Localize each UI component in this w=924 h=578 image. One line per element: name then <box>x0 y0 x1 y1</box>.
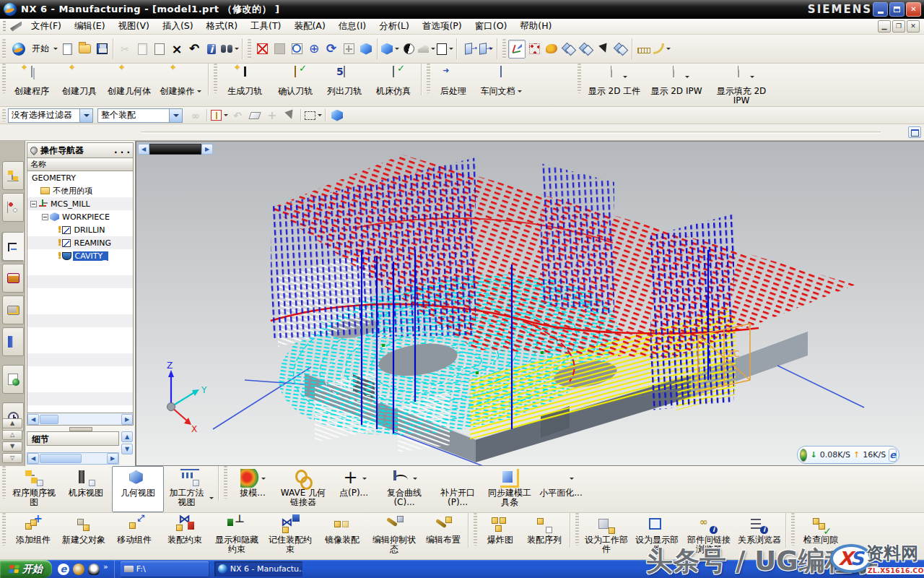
graphics-viewport[interactable]: ◀ ▶ <box>136 141 924 466</box>
select-face-button[interactable] <box>595 40 612 59</box>
mirror-assembly-button[interactable]: 镜像装配 <box>317 513 367 559</box>
combo-dropdown-icon[interactable] <box>79 109 92 122</box>
menu-view[interactable]: 视图(V) <box>112 18 156 35</box>
list-toolpath-button[interactable]: 列出刀轨 <box>321 64 368 106</box>
minimize-button[interactable] <box>873 2 888 17</box>
shop-documentation-button[interactable]: 车间文档 <box>474 64 528 106</box>
composite-curve-button[interactable]: 复合曲线(C)... <box>377 466 432 512</box>
generate-toolpath-button[interactable]: 生成刀轨 <box>219 64 270 106</box>
create-tool-button[interactable]: 创建刀具 <box>56 64 103 106</box>
measure-angle-button[interactable] <box>653 40 671 59</box>
edit-suppression-state-button[interactable]: 编辑抑制状态 <box>367 513 421 559</box>
selection-filter-combo[interactable]: 没有选择过滤器 <box>8 108 93 123</box>
synchronous-modeling-button[interactable]: 同步建模工具条 <box>484 466 536 512</box>
navigator-header[interactable]: 操作导航器 . . . <box>27 142 134 158</box>
mdi-restore-button[interactable]: ❐ <box>892 20 905 33</box>
scroll-thumb[interactable] <box>40 454 82 463</box>
replace-face-button[interactable] <box>612 40 629 59</box>
create-geometry-button[interactable]: 创建几何体 <box>103 64 155 106</box>
snap-point-button[interactable] <box>210 106 229 125</box>
details-header[interactable]: 细节 <box>27 431 119 446</box>
resource-scroll-up[interactable]: △ <box>2 430 22 440</box>
menu-edit[interactable]: 编辑(E) <box>68 18 112 35</box>
netspeed-widget[interactable]: ↓ 0.08K/S ↑ 16K/S e <box>797 446 899 464</box>
details-scroll-down-icon[interactable]: ▼ <box>121 444 133 454</box>
dropdown-arrow[interactable] <box>750 76 754 80</box>
copy-button[interactable] <box>134 40 151 59</box>
patch-opening-button[interactable]: 补片开口(P)... <box>432 466 484 512</box>
zoom-box-button[interactable] <box>288 40 305 59</box>
point-button[interactable]: + 点(P)... <box>331 466 377 512</box>
machine-tool-view-button[interactable]: 机床视图 <box>60 466 112 512</box>
collapse-box-icon[interactable] <box>30 201 37 207</box>
dropdown-arrow[interactable] <box>261 478 266 482</box>
save-button[interactable] <box>93 40 110 59</box>
tree-item-mcs-mill[interactable]: MCS_MILL <box>27 197 133 210</box>
media-quicklaunch-icon[interactable] <box>73 564 84 575</box>
splitter-bar[interactable] <box>149 144 201 155</box>
geometry-view-button[interactable]: 几何视图 <box>112 466 164 512</box>
menu-assemblies[interactable]: 装配(A) <box>287 18 331 35</box>
mdi-close-button[interactable]: ✕ <box>907 20 920 33</box>
undo-button[interactable]: ↶ <box>186 40 203 59</box>
measure-distance-button[interactable] <box>635 40 653 59</box>
scroll-right-icon[interactable]: ▶ <box>121 414 133 425</box>
pan-view-button[interactable] <box>340 40 357 59</box>
scroll-left-icon[interactable]: ◀ <box>27 453 39 464</box>
background-button[interactable] <box>436 40 454 59</box>
scroll-right-icon[interactable]: ▶ <box>107 453 118 464</box>
start-menu-button[interactable]: 开始 <box>8 40 58 59</box>
tab-machine-navigator[interactable] <box>2 264 24 293</box>
menu-window[interactable]: 窗口(O) <box>468 18 514 35</box>
fit-view-button[interactable] <box>253 40 271 59</box>
interpart-link-browser-button[interactable]: ∞i 部件间链接浏览器 <box>682 513 736 559</box>
tree-horizontal-scrollbar[interactable]: ◀ ▶ <box>27 413 134 426</box>
postprocess-button[interactable]: 后处理 <box>432 64 474 106</box>
task-button-nx[interactable]: NX 6 - Manufactu... <box>214 561 302 577</box>
machine-simulation-button[interactable]: 机床仿真 <box>368 64 419 106</box>
show-hide-constraints-button[interactable]: ⊥ 显示和隐藏约束 <box>210 513 263 559</box>
draft-button[interactable]: 拔模... <box>230 466 276 512</box>
task-button-explorer[interactable]: F:\ <box>121 561 209 577</box>
remember-constraints-button[interactable]: ⋈ 记住装配约束 <box>263 513 317 559</box>
dropdown-arrow[interactable] <box>623 76 627 80</box>
ie-browser-icon[interactable]: e <box>889 449 897 462</box>
rotate-view-button[interactable]: ⟳ <box>323 40 340 59</box>
tree-item-drilling[interactable]: ! DRILLIN <box>27 223 133 236</box>
assembly-sequence-button[interactable]: 装配序列 <box>521 513 567 559</box>
new-parent-button[interactable]: 新建父对象 <box>58 513 109 559</box>
tab-assembly-navigator[interactable] <box>2 161 24 190</box>
collapse-box-icon[interactable] <box>42 214 48 220</box>
dropdown-arrow[interactable] <box>197 90 201 95</box>
restore-button[interactable] <box>889 2 905 17</box>
create-operation-button[interactable]: 创建操作 <box>155 64 206 106</box>
make-work-part-button[interactable]: 设为工作部件 <box>581 513 632 559</box>
select-all-button[interactable]: + <box>263 106 281 125</box>
delete-button[interactable]: × <box>168 40 186 59</box>
menu-information[interactable]: 信息(I) <box>332 18 372 35</box>
create-program-button[interactable]: 创建程序 <box>8 64 56 106</box>
tree-item-geometry[interactable]: GEOMETRY <box>27 171 133 184</box>
tab-constraint-navigator[interactable] <box>2 193 24 222</box>
tree-item-reaming[interactable]: ! REAMING <box>27 236 133 249</box>
constraint-network-button[interactable] <box>526 40 543 59</box>
tab-web-browser[interactable] <box>2 365 24 394</box>
make-displayed-part-button[interactable]: 设为显示部件 <box>632 513 682 559</box>
rendering-style-button[interactable] <box>380 40 400 59</box>
tab-integrated-simulation[interactable] <box>2 296 24 324</box>
qq-quicklaunch-icon[interactable] <box>88 564 100 575</box>
selection-scope-combo[interactable]: 整个装配 <box>97 108 183 123</box>
close-button[interactable]: ✕ <box>906 2 921 17</box>
navigator-menu-dots[interactable]: . . . <box>114 145 130 155</box>
ie-quicklaunch-icon[interactable]: e <box>58 564 69 575</box>
details-horizontal-scrollbar[interactable]: ◀ ▶ <box>27 452 119 465</box>
find-button[interactable] <box>220 40 240 59</box>
move-face-button[interactable] <box>543 40 560 59</box>
new-file-button[interactable] <box>58 40 76 59</box>
move-component-button[interactable]: ⤢ 移动组件 <box>109 513 160 559</box>
information-button[interactable]: i <box>203 40 220 59</box>
resource-scroll-bottom[interactable]: ▽ <box>2 453 22 463</box>
program-order-view-button[interactable]: 程序顺序视图 <box>8 466 60 512</box>
verify-toolpath-button[interactable]: 确认刀轨 <box>270 64 321 106</box>
interpart-selection-button[interactable]: ∞ <box>187 106 204 125</box>
